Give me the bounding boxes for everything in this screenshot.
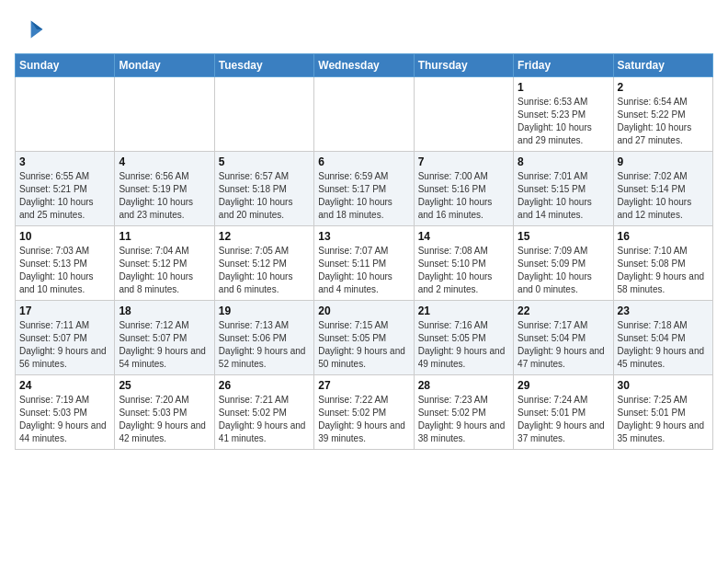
- calendar-cell: 26Sunrise: 7:21 AM Sunset: 5:02 PM Dayli…: [214, 375, 313, 450]
- day-info: Sunrise: 7:20 AM Sunset: 5:03 PM Dayligh…: [119, 394, 210, 445]
- calendar-header: SundayMondayTuesdayWednesdayThursdayFrid…: [16, 54, 713, 77]
- logo-icon: [15, 15, 44, 44]
- calendar-cell: 9Sunrise: 7:02 AM Sunset: 5:14 PM Daylig…: [613, 152, 712, 226]
- calendar-cell: 17Sunrise: 7:11 AM Sunset: 5:07 PM Dayli…: [16, 301, 115, 375]
- day-number: 12: [219, 230, 310, 243]
- day-info: Sunrise: 6:56 AM Sunset: 5:19 PM Dayligh…: [119, 170, 210, 222]
- header-row: SundayMondayTuesdayWednesdayThursdayFrid…: [16, 54, 713, 77]
- day-number: 25: [119, 379, 210, 392]
- day-of-week-header: Friday: [514, 54, 613, 77]
- day-info: Sunrise: 7:02 AM Sunset: 5:14 PM Dayligh…: [618, 170, 709, 222]
- day-info: Sunrise: 7:04 AM Sunset: 5:12 PM Dayligh…: [119, 245, 210, 296]
- calendar-cell: 3Sunrise: 6:55 AM Sunset: 5:21 PM Daylig…: [16, 152, 115, 226]
- day-number: 22: [518, 304, 609, 317]
- calendar-cell: 5Sunrise: 6:57 AM Sunset: 5:18 PM Daylig…: [214, 152, 313, 226]
- calendar-cell: 13Sunrise: 7:07 AM Sunset: 5:11 PM Dayli…: [314, 226, 414, 301]
- calendar-week-row: 17Sunrise: 7:11 AM Sunset: 5:07 PM Dayli…: [16, 301, 713, 375]
- day-info: Sunrise: 7:05 AM Sunset: 5:12 PM Dayligh…: [219, 245, 310, 296]
- calendar-cell: 29Sunrise: 7:24 AM Sunset: 5:01 PM Dayli…: [514, 375, 613, 450]
- page-header: [15, 15, 713, 44]
- day-info: Sunrise: 7:17 AM Sunset: 5:04 PM Dayligh…: [518, 319, 609, 371]
- calendar-week-row: 1Sunrise: 6:53 AM Sunset: 5:23 PM Daylig…: [16, 77, 713, 152]
- calendar-cell: 7Sunrise: 7:00 AM Sunset: 5:16 PM Daylig…: [414, 152, 513, 226]
- day-number: 16: [618, 230, 709, 243]
- day-number: 5: [219, 155, 310, 168]
- calendar-cell: 16Sunrise: 7:10 AM Sunset: 5:08 PM Dayli…: [613, 226, 712, 301]
- day-number: 23: [618, 304, 709, 317]
- calendar-cell: [414, 77, 513, 152]
- day-info: Sunrise: 7:24 AM Sunset: 5:01 PM Dayligh…: [518, 394, 609, 445]
- day-number: 24: [19, 379, 110, 392]
- day-info: Sunrise: 6:54 AM Sunset: 5:22 PM Dayligh…: [618, 96, 709, 147]
- day-info: Sunrise: 7:01 AM Sunset: 5:15 PM Dayligh…: [518, 170, 609, 222]
- day-number: 18: [119, 304, 210, 317]
- day-number: 8: [518, 155, 609, 168]
- day-info: Sunrise: 7:18 AM Sunset: 5:04 PM Dayligh…: [618, 319, 709, 371]
- day-info: Sunrise: 6:57 AM Sunset: 5:18 PM Dayligh…: [219, 170, 310, 222]
- day-info: Sunrise: 6:59 AM Sunset: 5:17 PM Dayligh…: [318, 170, 409, 222]
- calendar-cell: 8Sunrise: 7:01 AM Sunset: 5:15 PM Daylig…: [514, 152, 613, 226]
- calendar-cell: 20Sunrise: 7:15 AM Sunset: 5:05 PM Dayli…: [314, 301, 414, 375]
- day-info: Sunrise: 7:07 AM Sunset: 5:11 PM Dayligh…: [318, 245, 409, 296]
- calendar-cell: [314, 77, 414, 152]
- calendar-cell: 25Sunrise: 7:20 AM Sunset: 5:03 PM Dayli…: [115, 375, 214, 450]
- day-number: 17: [19, 304, 110, 317]
- day-of-week-header: Saturday: [613, 54, 712, 77]
- calendar-cell: [115, 77, 214, 152]
- day-number: 14: [418, 230, 509, 243]
- day-info: Sunrise: 6:55 AM Sunset: 5:21 PM Dayligh…: [19, 170, 110, 222]
- calendar-cell: 27Sunrise: 7:22 AM Sunset: 5:02 PM Dayli…: [314, 375, 414, 450]
- day-info: Sunrise: 6:53 AM Sunset: 5:23 PM Dayligh…: [518, 96, 609, 147]
- calendar-cell: 24Sunrise: 7:19 AM Sunset: 5:03 PM Dayli…: [16, 375, 115, 450]
- calendar-body: 1Sunrise: 6:53 AM Sunset: 5:23 PM Daylig…: [16, 77, 713, 450]
- calendar-cell: 12Sunrise: 7:05 AM Sunset: 5:12 PM Dayli…: [214, 226, 313, 301]
- day-number: 2: [618, 81, 709, 94]
- calendar-cell: 30Sunrise: 7:25 AM Sunset: 5:01 PM Dayli…: [613, 375, 712, 450]
- day-of-week-header: Sunday: [16, 54, 115, 77]
- day-info: Sunrise: 7:00 AM Sunset: 5:16 PM Dayligh…: [418, 170, 509, 222]
- calendar-cell: 23Sunrise: 7:18 AM Sunset: 5:04 PM Dayli…: [613, 301, 712, 375]
- calendar-week-row: 10Sunrise: 7:03 AM Sunset: 5:13 PM Dayli…: [16, 226, 713, 301]
- calendar-cell: 22Sunrise: 7:17 AM Sunset: 5:04 PM Dayli…: [514, 301, 613, 375]
- calendar-cell: 18Sunrise: 7:12 AM Sunset: 5:07 PM Dayli…: [115, 301, 214, 375]
- calendar-cell: [214, 77, 313, 152]
- calendar-cell: [16, 77, 115, 152]
- calendar-cell: 1Sunrise: 6:53 AM Sunset: 5:23 PM Daylig…: [514, 77, 613, 152]
- day-number: 7: [418, 155, 509, 168]
- calendar-week-row: 3Sunrise: 6:55 AM Sunset: 5:21 PM Daylig…: [16, 152, 713, 226]
- calendar-cell: 11Sunrise: 7:04 AM Sunset: 5:12 PM Dayli…: [115, 226, 214, 301]
- day-info: Sunrise: 7:12 AM Sunset: 5:07 PM Dayligh…: [119, 319, 210, 371]
- day-info: Sunrise: 7:03 AM Sunset: 5:13 PM Dayligh…: [19, 245, 110, 296]
- day-number: 15: [518, 230, 609, 243]
- day-number: 30: [618, 379, 709, 392]
- day-info: Sunrise: 7:23 AM Sunset: 5:02 PM Dayligh…: [418, 394, 509, 445]
- day-number: 20: [318, 304, 409, 317]
- calendar-cell: 28Sunrise: 7:23 AM Sunset: 5:02 PM Dayli…: [414, 375, 513, 450]
- calendar-cell: 21Sunrise: 7:16 AM Sunset: 5:05 PM Dayli…: [414, 301, 513, 375]
- calendar-cell: 15Sunrise: 7:09 AM Sunset: 5:09 PM Dayli…: [514, 226, 613, 301]
- day-info: Sunrise: 7:25 AM Sunset: 5:01 PM Dayligh…: [618, 394, 709, 445]
- day-number: 21: [418, 304, 509, 317]
- day-of-week-header: Wednesday: [314, 54, 414, 77]
- day-number: 29: [518, 379, 609, 392]
- day-info: Sunrise: 7:22 AM Sunset: 5:02 PM Dayligh…: [318, 394, 409, 445]
- calendar-cell: 6Sunrise: 6:59 AM Sunset: 5:17 PM Daylig…: [314, 152, 414, 226]
- logo: [15, 15, 48, 44]
- day-number: 26: [219, 379, 310, 392]
- day-info: Sunrise: 7:13 AM Sunset: 5:06 PM Dayligh…: [219, 319, 310, 371]
- day-info: Sunrise: 7:15 AM Sunset: 5:05 PM Dayligh…: [318, 319, 409, 371]
- day-number: 4: [119, 155, 210, 168]
- calendar-cell: 2Sunrise: 6:54 AM Sunset: 5:22 PM Daylig…: [613, 77, 712, 152]
- calendar-week-row: 24Sunrise: 7:19 AM Sunset: 5:03 PM Dayli…: [16, 375, 713, 450]
- calendar-table: SundayMondayTuesdayWednesdayThursdayFrid…: [15, 53, 713, 450]
- calendar-cell: 14Sunrise: 7:08 AM Sunset: 5:10 PM Dayli…: [414, 226, 513, 301]
- day-number: 9: [618, 155, 709, 168]
- day-of-week-header: Monday: [115, 54, 214, 77]
- calendar-cell: 4Sunrise: 6:56 AM Sunset: 5:19 PM Daylig…: [115, 152, 214, 226]
- day-info: Sunrise: 7:21 AM Sunset: 5:02 PM Dayligh…: [219, 394, 310, 445]
- day-of-week-header: Tuesday: [214, 54, 313, 77]
- calendar-cell: 10Sunrise: 7:03 AM Sunset: 5:13 PM Dayli…: [16, 226, 115, 301]
- day-number: 1: [518, 81, 609, 94]
- day-number: 19: [219, 304, 310, 317]
- day-info: Sunrise: 7:16 AM Sunset: 5:05 PM Dayligh…: [418, 319, 509, 371]
